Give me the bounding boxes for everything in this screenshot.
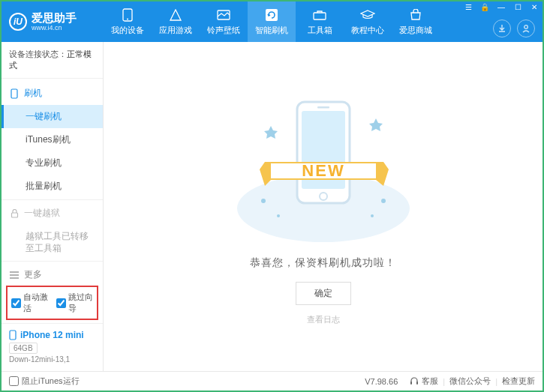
svg-point-18 <box>371 214 374 217</box>
version-label: V7.98.66 <box>365 377 398 386</box>
lock-icon[interactable]: 🔒 <box>479 3 490 11</box>
svg-rect-4 <box>314 13 326 19</box>
svg-rect-20 <box>416 382 418 385</box>
support-link[interactable]: 客服 <box>410 376 438 387</box>
sidebar-item-batch-flash[interactable]: 批量刷机 <box>2 175 103 198</box>
nav-label: 应用游戏 <box>159 25 192 36</box>
brand-url: www.i4.cn <box>32 24 77 31</box>
main-panel: NEW 恭喜您，保资料刷机成功啦！ 确定 查看日志 <box>104 42 542 371</box>
menu-icon[interactable]: ☰ <box>463 3 473 11</box>
phone-small-icon <box>9 88 20 99</box>
close-icon[interactable]: ✕ <box>529 3 539 11</box>
logo-icon: iU <box>9 13 27 31</box>
section-title: 一键越狱 <box>24 207 60 220</box>
sidebar-item-pro-flash[interactable]: 专业刷机 <box>2 151 103 175</box>
checkbox-auto-activate[interactable]: 自动激活 <box>11 292 49 314</box>
svg-point-16 <box>261 199 266 203</box>
window-controls: ☰ 🔒 — ☐ ✕ <box>463 3 539 11</box>
titlebar: iU 爱思助手 www.i4.cn 我的设备 应用游戏 铃声壁纸 智能刷机 <box>2 1 542 42</box>
svg-rect-8 <box>10 331 16 340</box>
svg-text:NEW: NEW <box>302 161 344 180</box>
nav-store[interactable]: 爱思商城 <box>392 1 440 42</box>
device-icon <box>9 330 17 340</box>
nav-tutorial[interactable]: 教程中心 <box>344 1 392 42</box>
section-more[interactable]: 更多 <box>2 263 103 283</box>
download-button[interactable] <box>493 19 511 37</box>
svg-point-5 <box>524 25 528 29</box>
update-link[interactable]: 检查更新 <box>502 376 535 387</box>
nav-label: 铃声壁纸 <box>207 25 240 36</box>
svg-point-17 <box>277 214 280 217</box>
brand-name: 爱思助手 <box>32 12 77 25</box>
status-label: 设备连接状态： <box>9 49 67 58</box>
lock-small-icon <box>9 208 20 219</box>
options-row: 自动激活 跳过向导 <box>6 286 98 320</box>
sidebar-item-oneclick-flash[interactable]: 一键刷机 <box>2 105 103 128</box>
svg-point-15 <box>381 199 386 203</box>
device-storage: 64GB <box>9 343 38 354</box>
success-message: 恭喜您，保资料刷机成功啦！ <box>250 256 396 270</box>
connection-status: 设备连接状态：正常模式 <box>2 42 103 79</box>
menu-small-icon <box>9 270 20 280</box>
svg-point-1 <box>127 18 128 19</box>
section-title: 更多 <box>24 268 42 281</box>
device-panel: iPhone 12 mini 64GB Down-12mini-13,1 <box>2 323 103 371</box>
minimize-icon[interactable]: — <box>496 3 506 11</box>
svg-rect-19 <box>410 382 412 385</box>
flash-icon <box>264 8 279 22</box>
svg-rect-7 <box>11 213 17 217</box>
nav-label: 教程中心 <box>351 25 384 36</box>
svg-rect-13 <box>317 106 329 109</box>
toolbox-icon <box>312 8 327 22</box>
device-name[interactable]: iPhone 12 mini <box>9 330 95 340</box>
nav-toolbox[interactable]: 工具箱 <box>296 1 344 42</box>
logo-wrap: iU 爱思助手 www.i4.cn <box>9 12 104 32</box>
ok-button[interactable]: 确定 <box>296 282 351 305</box>
phone-icon <box>120 8 135 22</box>
view-log-link[interactable]: 查看日志 <box>307 314 340 325</box>
nav-label: 我的设备 <box>111 25 144 36</box>
checkbox-block-itunes[interactable]: 阻止iTunes运行 <box>9 376 80 387</box>
checkbox-skip-guide[interactable]: 跳过向导 <box>56 292 94 314</box>
nav-smart-flash[interactable]: 智能刷机 <box>248 1 296 42</box>
user-button[interactable] <box>517 19 535 37</box>
section-jailbreak: 一键越狱 <box>2 202 103 225</box>
jailbreak-note: 越狱工具已转移至工具箱 <box>2 225 103 259</box>
footer: 阻止iTunes运行 V7.98.66 客服 | 微信公众号 | 检查更新 <box>2 371 542 391</box>
headset-icon <box>410 377 419 386</box>
wechat-link[interactable]: 微信公众号 <box>449 376 491 387</box>
apps-icon <box>168 8 183 22</box>
tutorial-icon <box>360 8 375 22</box>
wallpaper-icon <box>216 8 231 22</box>
section-title: 刷机 <box>24 87 42 100</box>
section-flash[interactable]: 刷机 <box>2 82 103 105</box>
phone-illustration: NEW <box>226 88 421 246</box>
sidebar: 设备连接状态：正常模式 刷机 一键刷机 iTunes刷机 专业刷机 批量刷机 一… <box>2 42 104 371</box>
nav-apps[interactable]: 应用游戏 <box>152 1 200 42</box>
store-icon <box>408 8 423 22</box>
device-model: Down-12mini-13,1 <box>9 355 95 364</box>
nav-label: 爱思商城 <box>399 25 432 36</box>
nav-label: 智能刷机 <box>255 25 288 36</box>
maximize-icon[interactable]: ☐ <box>512 3 523 11</box>
sidebar-item-itunes-flash[interactable]: iTunes刷机 <box>2 128 103 151</box>
nav-ringtone[interactable]: 铃声壁纸 <box>200 1 248 42</box>
nav-label: 工具箱 <box>308 25 332 36</box>
svg-rect-3 <box>266 9 278 21</box>
svg-rect-6 <box>11 89 17 98</box>
nav-my-device[interactable]: 我的设备 <box>104 1 152 42</box>
